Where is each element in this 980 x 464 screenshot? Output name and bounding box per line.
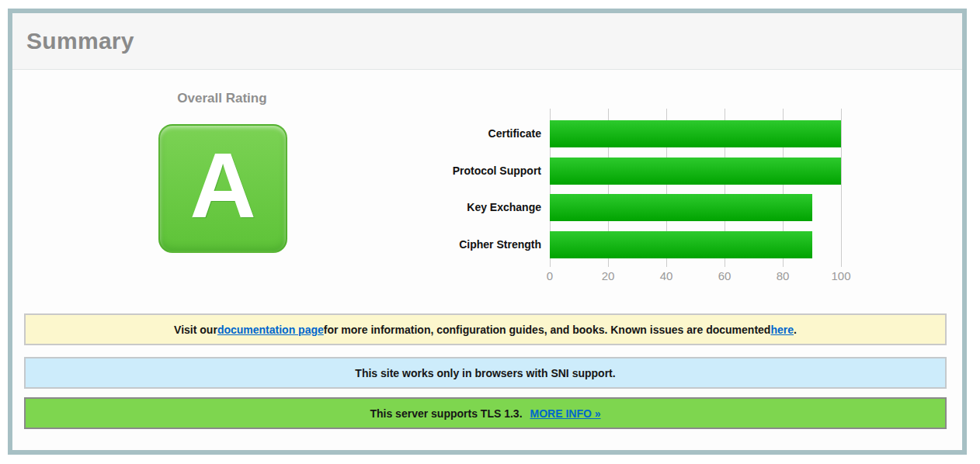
documentation-notice-text: . [794, 324, 797, 336]
summary-header: Summary [12, 13, 962, 70]
more-info-link[interactable]: MORE INFO » [530, 407, 601, 420]
axis-tick [841, 261, 842, 267]
axis-tick-label: 40 [643, 269, 690, 282]
documentation-notice: Visit our documentation page for more in… [24, 313, 947, 345]
documentation-notice-text: Visit our [174, 324, 217, 336]
report-panel: Summary Overall Rating A 020406080100Cer… [8, 9, 967, 455]
axis-tick-label: 20 [585, 269, 631, 282]
documentation-page-link[interactable]: documentation page [217, 324, 324, 336]
axis-tick-label: 60 [701, 269, 748, 282]
bar-label-cipher-strength: Cipher Strength [339, 231, 541, 258]
bar-label-certificate: Certificate [339, 120, 541, 147]
axis-tick-label: 0 [526, 269, 573, 282]
bar-certificate [550, 120, 841, 147]
axis-tick [608, 261, 609, 267]
page-title: Summary [26, 28, 134, 54]
sni-notice: This site works only in browsers with SN… [24, 357, 947, 389]
bar-label-key-exchange: Key Exchange [339, 194, 541, 221]
tls13-notice: This server supports TLS 1.3. MORE INFO … [24, 397, 947, 429]
bar-protocol-support [550, 158, 841, 185]
axis-tick-label: 100 [818, 269, 864, 282]
axis-tick [550, 261, 551, 267]
known-issues-here-link[interactable]: here [770, 324, 794, 336]
bar-label-protocol-support: Protocol Support [339, 158, 541, 185]
bar-key-exchange [550, 194, 812, 221]
tls13-notice-text: This server supports TLS 1.3. [370, 407, 522, 420]
axis-tick [666, 261, 667, 267]
score-bar-chart: 020406080100CertificateProtocol SupportK… [12, 70, 962, 449]
axis-tick [725, 261, 725, 267]
summary-content: Overall Rating A 020406080100Certificate… [12, 70, 962, 449]
bar-cipher-strength [550, 231, 812, 258]
documentation-notice-text: for more information, configuration guid… [324, 324, 771, 336]
axis-tick [783, 261, 784, 267]
sni-notice-text: This site works only in browsers with SN… [355, 367, 615, 379]
axis-tick-label: 80 [759, 269, 806, 282]
gridline [841, 109, 842, 261]
